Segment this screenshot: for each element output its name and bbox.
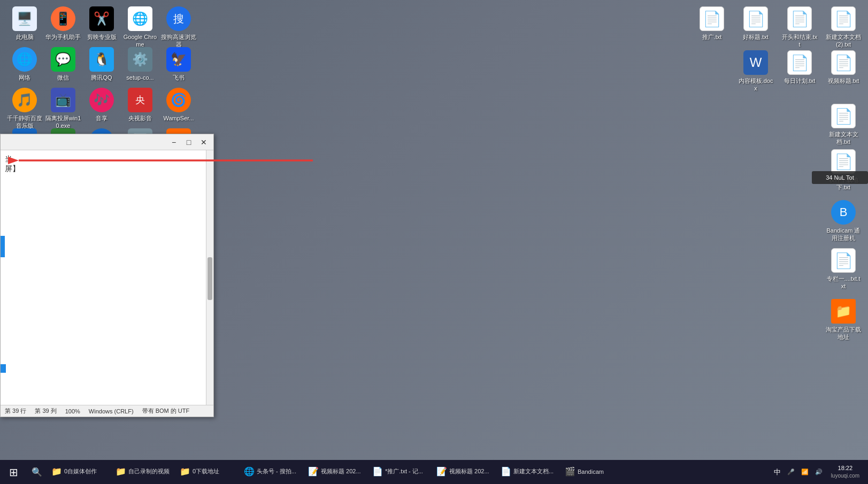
desktop: 🖥️ 此电脑 📱 华为手机助手 ✂️ 剪映专业版 🌐 Google Chrome… xyxy=(0,0,868,460)
desktop-icon-meiri[interactable]: 📄 每日计划.txt xyxy=(779,48,820,87)
taskbar-item-tuiguang-icon: 📄 xyxy=(372,466,383,477)
scrollbar-track[interactable] xyxy=(206,150,213,405)
shipin-biaoti-icon: 📄 xyxy=(831,50,856,75)
huawei-icon: 📱 xyxy=(51,6,75,31)
desktop-icon-sougou[interactable]: 搜 搜狗高速浏览器 xyxy=(158,4,199,51)
bandicam-label: Bandicam 通用注册机 xyxy=(825,227,862,242)
desktop-icon-this-pc[interactable]: 🖥️ 此电脑 xyxy=(4,4,45,43)
taskbar-item-video-title[interactable]: 📝 视频标题 202... xyxy=(304,460,368,484)
desktop-icon-tuiguang[interactable]: 📄 推广.txt xyxy=(692,4,732,43)
desktop-icon-setup[interactable]: ⚙️ setup-co... xyxy=(120,45,160,83)
taskbar-item-new-txt-label: 新建文本文档... xyxy=(513,467,554,475)
setup-icon: ⚙️ xyxy=(128,47,152,72)
start-button[interactable]: ⊞ xyxy=(0,460,27,484)
desktop-icon-yinxiang[interactable]: 🎶 音享 xyxy=(81,86,122,124)
new-txt2-label: 新建文本文档(2).txt xyxy=(825,33,862,49)
projection-icon: 📺 xyxy=(51,88,75,112)
kaishi-icon: 📄 xyxy=(787,6,812,31)
desktop-icon-chrome[interactable]: 🌐 Google Chrome xyxy=(120,4,160,51)
wamp-label: WampSer... xyxy=(163,114,194,122)
cctv-icon: 央 xyxy=(128,88,152,112)
taskbar-item-video2-icon: 📝 xyxy=(436,466,447,477)
desktop-icon-haobiaoti[interactable]: 📄 好标题.txt xyxy=(735,4,776,43)
desktop-icon-jianying[interactable]: ✂️ 剪映专业版 xyxy=(81,4,122,43)
new-txt-file-label: 新建文本文档.txt xyxy=(825,130,862,146)
desktop-icon-software-dl[interactable]: 📄 软件下载地下.txt xyxy=(823,147,864,194)
scrollbar-thumb[interactable] xyxy=(208,257,212,300)
clock-time: 18:22 xyxy=(831,464,859,472)
haobiaoti-icon: 📄 xyxy=(743,6,768,31)
this-pc-label: 此电脑 xyxy=(16,33,34,41)
desktop-icon-feishu[interactable]: 🦅 飞书 xyxy=(158,45,199,83)
desktop-icon-kaishi[interactable]: 📄 开头和结束.txt xyxy=(779,4,820,51)
music-icon: 🎵 xyxy=(12,88,37,112)
taskbar-item-tuiguang[interactable]: 📄 *推广.txt - 记... xyxy=(368,460,432,484)
kaishi-label: 开头和结束.txt xyxy=(781,33,818,49)
tray-ime[interactable]: 中 xyxy=(772,467,783,477)
blue-bottom-indicator xyxy=(1,364,6,373)
search-icon: 🔍 xyxy=(32,467,42,477)
maximize-button[interactable]: □ xyxy=(181,136,196,148)
new-txt-file-icon: 📄 xyxy=(831,104,856,128)
notepad-textarea[interactable]: 当 屏】 xyxy=(1,150,107,176)
taskbar-item-video2-label: 视频标题 202... xyxy=(449,467,489,475)
desktop-icon-cctv[interactable]: 央 央视影音 xyxy=(120,86,160,124)
wamp-icon: 🌀 xyxy=(166,88,191,112)
close-button[interactable]: ✕ xyxy=(196,136,211,148)
taskbar-item-media[interactable]: 📁 0自媒体创作 xyxy=(47,460,111,484)
yinxiang-label: 音享 xyxy=(96,114,107,122)
taskbar-item-new-txt[interactable]: 📄 新建文本文档... xyxy=(496,460,560,484)
desktop-icon-projection[interactable]: 📺 隔离投屏win10.exe xyxy=(43,86,83,132)
taskbar-item-recorded-label: 自己录制的视频 xyxy=(128,467,170,475)
this-pc-icon: 🖥️ xyxy=(12,6,37,31)
tray-microphone[interactable]: 🎤 xyxy=(785,468,797,475)
desktop-icon-taobao[interactable]: 📁 淘宝产品下载地址 xyxy=(823,297,864,343)
desktop-icon-shipin-biaoti[interactable]: 📄 视频标题.txt xyxy=(823,48,864,87)
docx-label: 内容模板.docx xyxy=(738,77,774,93)
status-col: 第 39 列 xyxy=(35,407,56,415)
status-bom: 带有 BOM 的 UTF xyxy=(142,407,190,415)
desktop-icon-network[interactable]: 🌐 网络 xyxy=(4,45,45,83)
taskbar-item-recorded[interactable]: 📁 自己录制的视频 xyxy=(111,460,175,484)
desktop-icon-bandicam[interactable]: B Bandicam 通用注册机 xyxy=(823,198,864,244)
tray-sound[interactable]: 🔊 xyxy=(813,468,825,475)
mic-icon: 🎤 xyxy=(787,468,795,475)
desktop-icon-wamp[interactable]: 🌀 WampSer... xyxy=(158,86,199,124)
taskbar-item-download[interactable]: 📁 0下载地址 xyxy=(175,460,240,484)
weixin-label: 微信 xyxy=(57,74,69,81)
taskbar-item-video2[interactable]: 📝 视频标题 202... xyxy=(432,460,496,484)
taskbar-item-media-icon: 📁 xyxy=(51,466,62,477)
cctv-label: 央视影音 xyxy=(128,114,152,122)
software-dl-icon: 📄 xyxy=(831,149,856,174)
network-label: 网络 xyxy=(19,74,30,81)
desktop-icon-zhuanlan[interactable]: 📄 专栏一....txt.txt xyxy=(823,246,864,293)
tuiguang-label: 推广.txt xyxy=(702,33,722,41)
taskbar-item-bandicam[interactable]: 🎬 Bandicam xyxy=(560,460,625,484)
status-zoom: 100% xyxy=(65,408,80,414)
taskbar-search-button[interactable]: 🔍 xyxy=(27,460,47,484)
taskbar-item-toutiao[interactable]: 🌐 头条号 - 搜拍... xyxy=(240,460,304,484)
tray-clock[interactable]: 18:22 luyouqi.com xyxy=(827,464,864,480)
minimize-button[interactable]: − xyxy=(166,136,181,148)
desktop-icon-huawei[interactable]: 📱 华为手机助手 xyxy=(43,4,83,43)
network-tray-icon: 📶 xyxy=(801,468,809,475)
meiri-icon: 📄 xyxy=(787,50,812,75)
taskbar-item-bandicam-icon: 🎬 xyxy=(565,466,575,477)
jianying-label: 剪映专业版 xyxy=(87,33,117,41)
desktop-icon-qq[interactable]: 🐧 腾讯QQ xyxy=(81,45,122,83)
tray-network[interactable]: 📶 xyxy=(799,468,811,475)
taskbar: ⊞ 🔍 📁 0自媒体创作 📁 自己录制的视频 📁 0下载地址 🌐 头条号 - 搜… xyxy=(0,460,868,484)
desktop-icon-weixin[interactable]: 💬 微信 xyxy=(43,45,83,83)
taskbar-item-toutiao-label: 头条号 - 搜拍... xyxy=(257,467,296,475)
desktop-icon-docx[interactable]: W 内容模板.docx xyxy=(735,48,776,95)
notepad-editor-area: 当 屏】 xyxy=(1,150,206,405)
bandicam-icon: B xyxy=(831,200,856,225)
nul-tot-badge: 34 NuL Tot xyxy=(812,171,868,184)
notepad-statusbar: 第 39 行 第 39 列 100% Windows (CRLF) 带有 BOM… xyxy=(1,405,213,417)
yinxiang-icon: 🎶 xyxy=(89,88,114,112)
desktop-icon-new-txt2[interactable]: 📄 新建文本文档(2).txt xyxy=(823,4,864,51)
taskbar-item-download-label: 0下载地址 xyxy=(193,467,219,475)
desktop-icon-new-txt-file[interactable]: 📄 新建文本文档.txt xyxy=(823,102,864,148)
desktop-icon-music[interactable]: 🎵 千千静听百度音乐版 xyxy=(4,86,45,132)
taskbar-item-toutiao-icon: 🌐 xyxy=(244,466,255,477)
